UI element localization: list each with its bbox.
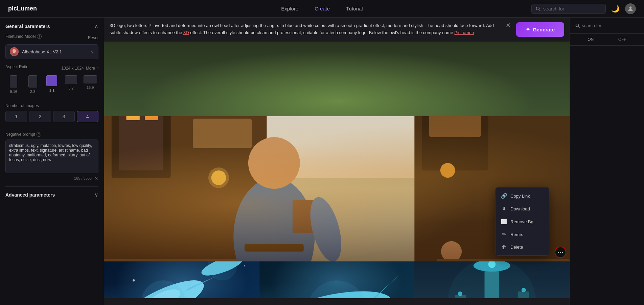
svg-point-2	[629, 6, 632, 9]
general-params-header: General parameters ∧	[5, 23, 98, 29]
remix-icon: ✏	[501, 231, 507, 237]
content-area: 3D logo, two letters P inverted and defo…	[104, 18, 570, 305]
remove-bg-label: Remove Bg	[510, 219, 533, 224]
num-option-1[interactable]: 1	[5, 111, 27, 122]
warrior-image-cell[interactable]	[104, 42, 570, 116]
topnav-right: 🌙	[531, 3, 636, 14]
download-icon: ⬇	[501, 206, 507, 212]
svg-rect-33	[104, 259, 237, 261]
spaceship-2-svg	[259, 261, 415, 298]
remix-label: Remix	[510, 232, 523, 237]
context-menu-delete[interactable]: 🗑 Delete	[496, 241, 549, 253]
neg-prompt-info[interactable]: ?	[37, 132, 41, 137]
neg-prompt-input[interactable]: strabismus, ugly, mutation, lowres, low …	[5, 139, 98, 173]
svg-rect-20	[429, 116, 481, 137]
context-menu-download[interactable]: ⬇ Download	[496, 202, 549, 215]
svg-point-46	[143, 285, 183, 298]
divider-1	[5, 99, 98, 99]
finetuned-model-row: Finetuned Model ? Reset	[5, 34, 98, 42]
svg-point-9	[370, 68, 444, 116]
images-container: ⋯	[104, 42, 570, 298]
generate-label: Generate	[533, 27, 555, 32]
num-images-grid: 1 2 3 4	[5, 111, 98, 122]
aspect-option-3-2[interactable]: 3:2	[63, 75, 79, 94]
model-select[interactable]: Albedobase XL V2.1 ∨	[5, 44, 98, 59]
context-menu-copy-link[interactable]: 🔗 Copy Link	[496, 189, 549, 202]
svg-point-49	[208, 261, 237, 280]
right-panel-header	[570, 18, 644, 34]
neg-prompt-char-count: 165 / 3000	[74, 176, 92, 180]
model-name: Albedobase XL V2.1	[22, 49, 87, 54]
futuristic-city-image	[414, 261, 570, 298]
sidebar: General parameters ∧ Finetuned Model ? R…	[0, 18, 104, 305]
prompt-highlight-3d: 3D	[183, 30, 189, 35]
aspect-shape-9-16	[10, 75, 17, 87]
aspect-label-16-9: 16:9	[87, 85, 94, 90]
neg-prompt-section: Negative prompt ? strabismus, ugly, muta…	[5, 132, 98, 181]
svg-point-44	[133, 279, 135, 282]
aspect-option-2-3[interactable]: 2:3	[25, 75, 41, 94]
num-option-3[interactable]: 3	[53, 111, 75, 122]
svg-rect-38	[437, 259, 570, 261]
copy-link-icon: 🔗	[501, 193, 507, 199]
model-avatar	[10, 47, 19, 56]
main-layout: General parameters ∧ Finetuned Model ? R…	[0, 18, 644, 305]
aspect-option-1-1[interactable]: 1:1	[44, 75, 60, 94]
svg-rect-16	[145, 116, 158, 120]
spaceship-1-cell[interactable]	[104, 261, 259, 298]
prompt-close-button[interactable]: ✕	[504, 22, 512, 28]
advanced-params-title: Advanced parameters	[5, 192, 55, 198]
svg-point-47	[141, 280, 185, 298]
num-option-4[interactable]: 4	[77, 111, 98, 122]
download-label: Download	[510, 206, 530, 211]
futuristic-city-cell[interactable]	[414, 261, 570, 298]
nav-create[interactable]: Create	[315, 6, 330, 11]
aspect-option-16-9[interactable]: 16:9	[82, 75, 98, 94]
search-bar[interactable]	[531, 4, 606, 14]
nav-tutorial[interactable]: Tutorial	[346, 6, 363, 11]
toggle-on-label[interactable]: ON	[588, 37, 594, 42]
delete-icon: 🗑	[501, 244, 507, 250]
collapse-general-params[interactable]: ∧	[94, 23, 98, 29]
right-search-input[interactable]	[582, 23, 639, 28]
aspect-ratio-info[interactable]: 1024 x 1024 More ›	[62, 66, 98, 71]
svg-point-57	[307, 280, 367, 298]
spaceship-2-cell[interactable]	[259, 261, 415, 298]
svg-rect-12	[104, 116, 267, 261]
neg-prompt-clear[interactable]: ✕	[94, 176, 98, 181]
svg-line-1	[539, 9, 540, 11]
svg-point-4	[13, 49, 16, 53]
reset-button[interactable]: Reset	[88, 35, 98, 40]
search-icon	[536, 6, 540, 11]
context-menu-remove-bg[interactable]: ⬜ Remove Bg	[496, 215, 549, 228]
prompt-bar: 3D logo, two letters P inverted and defo…	[104, 18, 570, 42]
aspect-option-9-16[interactable]: 9:16	[5, 75, 22, 94]
right-panel-toggles: ON OFF	[570, 34, 644, 46]
finetuned-model-info[interactable]: ?	[37, 34, 42, 39]
search-input[interactable]	[543, 6, 601, 11]
svg-point-22	[233, 178, 315, 261]
collapse-advanced[interactable]: ∨	[94, 192, 98, 198]
svg-rect-39	[104, 261, 259, 298]
svg-point-8	[230, 68, 303, 116]
generate-button[interactable]: ✦ Generate	[516, 22, 564, 37]
three-dot-button[interactable]: ⋯	[555, 247, 566, 258]
user-avatar[interactable]	[625, 3, 636, 14]
context-menu-remix[interactable]: ✏ Remix	[496, 228, 549, 241]
prompt-highlight-piclumen: PicLumen	[454, 30, 474, 35]
theme-toggle-button[interactable]: 🌙	[611, 5, 620, 13]
svg-point-7	[278, 42, 396, 116]
svg-rect-19	[193, 119, 252, 148]
svg-point-43	[244, 265, 245, 266]
num-option-2[interactable]: 2	[29, 111, 51, 122]
aspect-more-chevron: ›	[97, 66, 98, 71]
toggle-off-label[interactable]: OFF	[618, 37, 626, 42]
nav-explore[interactable]: Explore	[281, 6, 298, 11]
svg-point-26	[304, 194, 347, 261]
svg-point-27	[437, 255, 466, 261]
aspect-shape-1-1	[46, 75, 57, 86]
aspect-ratio-value: 1024 x 1024	[62, 66, 84, 71]
num-images-label: Number of Images	[5, 103, 98, 108]
aspect-label-2-3: 2:3	[30, 90, 35, 94]
warrior-image	[104, 42, 570, 116]
